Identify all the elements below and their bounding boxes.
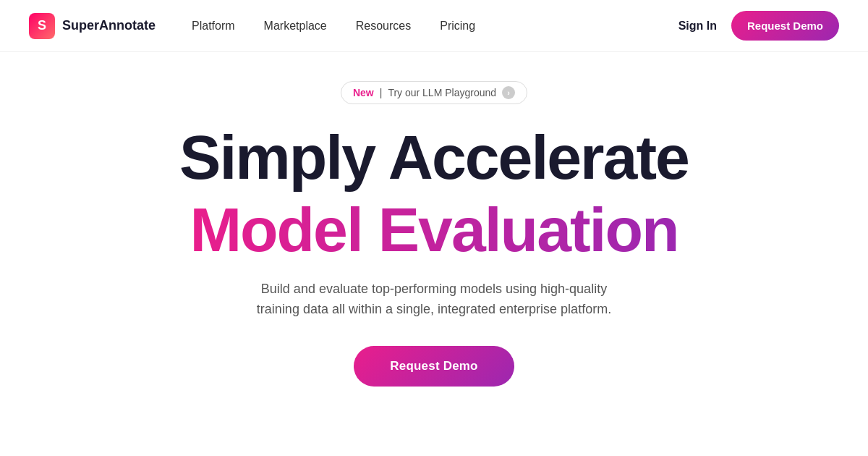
nav-resources[interactable]: Resources bbox=[356, 20, 411, 33]
nav-marketplace[interactable]: Marketplace bbox=[264, 20, 327, 33]
badge-arrow-icon: › bbox=[502, 86, 515, 99]
request-demo-nav-button[interactable]: Request Demo bbox=[731, 11, 839, 41]
logo-link[interactable]: S SuperAnnotate bbox=[29, 13, 156, 39]
request-demo-hero-button[interactable]: Request Demo bbox=[354, 346, 514, 387]
nav-platform[interactable]: Platform bbox=[192, 20, 235, 33]
nav-links: Platform Marketplace Resources Pricing bbox=[192, 20, 678, 33]
navbar: S SuperAnnotate Platform Marketplace Res… bbox=[0, 0, 868, 52]
hero-section: New | Try our LLM Playground › Simply Ac… bbox=[0, 52, 868, 408]
logo-icon: S bbox=[29, 13, 55, 39]
hero-title-line1: Simply Accelerate bbox=[179, 124, 689, 190]
sign-in-button[interactable]: Sign In bbox=[678, 20, 717, 33]
logo-text: SuperAnnotate bbox=[62, 18, 156, 33]
badge-new-label: New bbox=[353, 87, 374, 98]
new-badge[interactable]: New | Try our LLM Playground › bbox=[341, 81, 527, 104]
badge-text: Try our LLM Playground bbox=[388, 87, 496, 98]
nav-pricing[interactable]: Pricing bbox=[440, 20, 475, 33]
badge-separator: | bbox=[380, 87, 383, 98]
hero-subtitle: Build and evaluate top-performing models… bbox=[253, 279, 615, 321]
hero-title-line2: Model Evaluation bbox=[190, 197, 678, 262]
nav-actions: Sign In Request Demo bbox=[678, 11, 839, 41]
